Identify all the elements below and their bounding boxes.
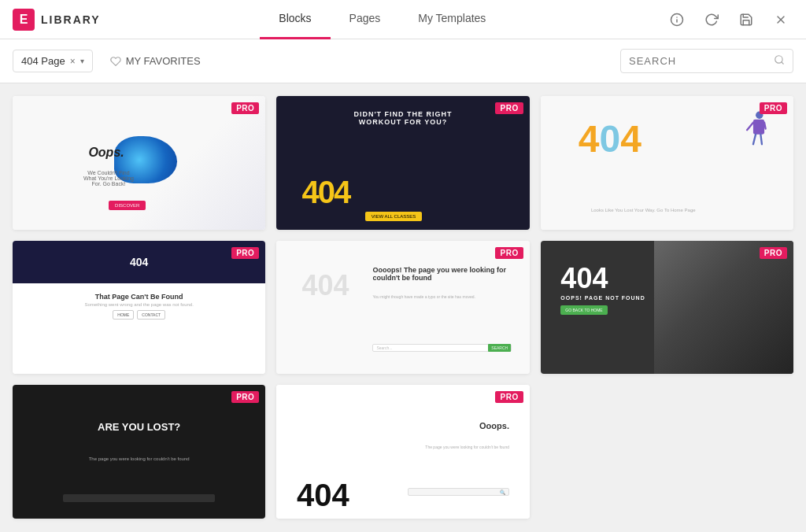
info-icon[interactable] (664, 7, 690, 32)
search-input[interactable] (629, 55, 774, 67)
template-card-2[interactable]: DIDN'T FIND THE RIGHTWORKOUT FOR YOU? 40… (276, 96, 529, 230)
pro-badge: PRO (495, 102, 523, 114)
are-you-lost-input (63, 494, 215, 502)
discover-button: DISCOVER (109, 201, 146, 210)
go-back-btn: GO BACK TO HOME (560, 305, 607, 315)
light-oops-search: Search... SEARCH (372, 344, 512, 352)
big-404-bg: 404 (301, 269, 349, 302)
svg-rect-8 (753, 120, 764, 135)
elementor-logo-icon: E (13, 9, 35, 31)
filter-chevron-icon: ▾ (80, 57, 84, 65)
dark-card-body: That Page Can't Be Found Something went … (13, 283, 265, 326)
are-you-lost-sub: The page you were looking for couldn't b… (89, 456, 190, 461)
ooops-sub: The page you were looking for couldn't b… (408, 445, 509, 449)
gym-404-text: 404 (301, 175, 349, 210)
svg-line-6 (782, 62, 784, 65)
card-thumb-7: ARE YOU LOST? The page you were looking … (13, 385, 265, 519)
pro-badge: PRO (231, 247, 259, 259)
save-icon[interactable] (734, 7, 759, 32)
pro-badge: PRO (495, 247, 523, 259)
tab-blocks[interactable]: Blocks (260, 0, 330, 39)
template-card-6[interactable]: 404 OOPS! PAGE NOT FOUND GO BACK TO HOME… (541, 241, 793, 375)
pro-badge: PRO (760, 102, 787, 114)
ooops-title: Ooops. (479, 421, 509, 430)
toolbar: 404 Page × ▾ MY FAVORITES (0, 39, 806, 83)
ooops-404-big: 404 (297, 478, 349, 513)
pro-badge: PRO (231, 102, 259, 114)
bw-page-not-found: OOPS! PAGE NOT FOUND (560, 295, 645, 301)
card-thumb-2: DIDN'T FIND THE RIGHTWORKOUT FOR YOU? 40… (276, 96, 529, 230)
template-card-7[interactable]: ARE YOU LOST? The page you were looking … (13, 385, 265, 519)
template-card-1[interactable]: Oops. We Couldn't FindWhat You're Lookin… (13, 96, 265, 230)
svg-line-12 (760, 135, 762, 145)
page-not-found-buttons: HOME CONTACT (19, 310, 259, 320)
header-logo: E LIBRARY (0, 9, 113, 31)
oops-text: Oops. (88, 146, 124, 160)
favorites-button[interactable]: MY FAVORITES (102, 50, 209, 72)
light-oops-title: Oooops! The page you were looking forcou… (372, 266, 506, 282)
svg-line-9 (747, 123, 753, 130)
card-thumb-8: 404 Ooops. The page you were looking for… (276, 385, 529, 519)
search-icon (774, 54, 785, 68)
page-not-found-title: That Page Can't Be Found (19, 293, 259, 301)
figure-illustration (741, 110, 768, 153)
template-card-4[interactable]: 404 That Page Can't Be Found Something w… (13, 241, 265, 375)
home-btn: HOME (113, 310, 134, 320)
colorful-404: 404 (579, 117, 641, 161)
ooops-search: 🔍 (408, 488, 509, 496)
template-card-3[interactable]: 404 Looks Like You Lost Your Way. Go To … (541, 96, 793, 230)
filter-clear-icon[interactable]: × (70, 56, 76, 67)
card-thumb-1: Oops. We Couldn't FindWhat You're Lookin… (13, 96, 265, 230)
card-thumb-4: 404 That Page Can't Be Found Something w… (13, 241, 265, 375)
filter-label: 404 Page (21, 55, 65, 67)
gym-headline: DIDN'T FIND THE RIGHTWORKOUT FOR YOU? (301, 110, 504, 126)
search-box (620, 49, 793, 73)
header-tabs: Blocks Pages My Templates (113, 0, 652, 39)
tab-pages[interactable]: Pages (331, 0, 400, 39)
svg-line-10 (764, 123, 766, 129)
pro-badge: PRO (231, 391, 259, 403)
pro-badge: PRO (495, 391, 523, 403)
colorful-subtext: Looks Like You Lost Your Way. Go To Home… (591, 208, 696, 212)
are-you-lost-title: ARE YOU LOST? (98, 421, 180, 433)
close-button[interactable] (768, 7, 793, 32)
svg-line-11 (753, 135, 756, 145)
template-card-8[interactable]: 404 Ooops. The page you were looking for… (276, 385, 529, 519)
bw-404: 404 (560, 262, 645, 295)
refresh-icon[interactable] (699, 7, 724, 32)
gym-button: VIEW ALL CLASSES (365, 212, 422, 221)
bw-overlay-text: 404 OOPS! PAGE NOT FOUND GO BACK TO HOME (560, 262, 645, 315)
dark-header-404: 404 (130, 256, 148, 268)
library-title: LIBRARY (41, 13, 101, 26)
card-thumb-5: 404 Oooops! The page you were looking fo… (276, 241, 529, 375)
heart-icon (110, 56, 121, 67)
tab-my-templates[interactable]: My Templates (399, 0, 505, 39)
template-card-5[interactable]: 404 Oooops! The page you were looking fo… (276, 241, 529, 375)
contact-btn: CONTACT (137, 310, 165, 320)
filter-dropdown[interactable]: 404 Page × ▾ (13, 50, 93, 72)
template-grid: Oops. We Couldn't FindWhat You're Lookin… (0, 83, 806, 531)
header: E LIBRARY Blocks Pages My Templates (0, 0, 806, 39)
oops-subtext: We Couldn't FindWhat You're LookingFor. … (83, 170, 134, 187)
card-thumb-3: 404 Looks Like You Lost Your Way. Go To … (541, 96, 793, 230)
light-oops-sub: You might though have made a typo or the… (372, 294, 512, 299)
header-actions (652, 7, 806, 32)
page-not-found-sub: Something went wrong and the page was no… (19, 302, 259, 307)
card-thumb-6: 404 OOPS! PAGE NOT FOUND GO BACK TO HOME (541, 241, 793, 375)
dark-header-bar: 404 (13, 241, 265, 283)
face-image (654, 241, 793, 375)
favorites-label: MY FAVORITES (126, 55, 201, 67)
pro-badge: PRO (760, 247, 787, 259)
